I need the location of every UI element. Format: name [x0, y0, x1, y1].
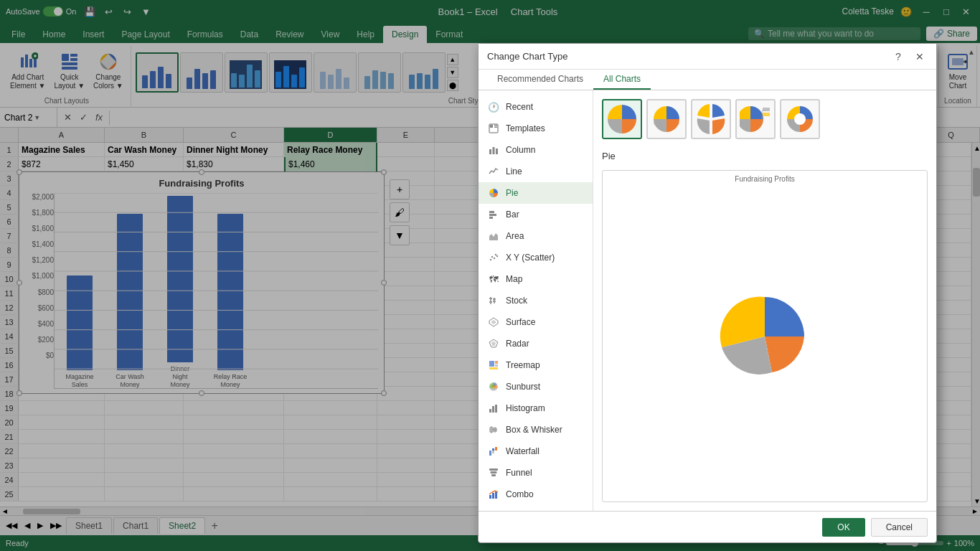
sidebar-item-bar[interactable]: Bar — [479, 204, 593, 225]
histogram-label: Histogram — [506, 403, 545, 413]
map-icon: 🗺 — [487, 273, 500, 286]
funnel-label: Funnel — [506, 468, 532, 478]
svg-rect-84 — [492, 451, 494, 453]
svg-rect-70 — [495, 364, 498, 367]
dialog-main-content: Pie Fundraising Profits — [593, 90, 936, 511]
svg-point-48 — [490, 259, 491, 260]
pie-type-exploded[interactable] — [691, 99, 731, 139]
sidebar-item-histogram[interactable]: Histogram — [479, 397, 593, 419]
svg-rect-89 — [489, 495, 491, 499]
sidebar-item-pie[interactable]: Pie — [479, 182, 593, 204]
sidebar-item-funnel[interactable]: Funnel — [479, 462, 593, 484]
pie-type-donut[interactable] — [780, 99, 820, 139]
svg-rect-42 — [493, 147, 495, 154]
dialog-title-buttons: ? ✕ — [890, 49, 928, 65]
stock-icon — [487, 294, 500, 307]
svg-rect-82 — [489, 451, 491, 456]
recent-icon: 🕐 — [487, 100, 500, 113]
dialog-overlay: Change Chart Type ? ✕ Recommended Charts… — [0, 0, 980, 551]
stock-label: Stock — [506, 296, 527, 306]
sidebar-item-radar[interactable]: Radar — [479, 333, 593, 354]
pie-type-bar-of-pie[interactable] — [735, 99, 776, 139]
svg-rect-87 — [491, 471, 497, 474]
svg-rect-86 — [489, 468, 498, 471]
waterfall-label: Waterfall — [506, 446, 540, 456]
sidebar-item-line[interactable]: Line — [479, 161, 593, 182]
svg-rect-44 — [489, 211, 494, 213]
sidebar-item-recent[interactable]: 🕐 Recent — [479, 96, 593, 118]
combo-label: Combo — [506, 489, 534, 499]
sidebar-item-map[interactable]: 🗺 Map — [479, 268, 593, 290]
sidebar-item-box-whisker[interactable]: Box & Whisker — [479, 419, 593, 441]
sidebar-item-stock[interactable]: Stock — [479, 290, 593, 311]
tab-recommended-charts[interactable]: Recommended Charts — [487, 70, 593, 90]
dialog-title: Change Chart Type — [487, 51, 568, 62]
box-whisker-label: Box & Whisker — [506, 425, 562, 435]
pie-label: Pie — [506, 188, 518, 198]
sidebar-item-templates[interactable]: Templates — [479, 118, 593, 139]
bar-icon — [487, 208, 500, 221]
sidebar-item-area[interactable]: Area — [479, 225, 593, 247]
svg-rect-69 — [495, 361, 498, 364]
area-icon — [487, 230, 500, 242]
column-icon — [487, 143, 500, 156]
svg-rect-40 — [494, 127, 497, 128]
sidebar-item-treemap[interactable]: Treemap — [479, 354, 593, 376]
change-chart-type-dialog: Change Chart Type ? ✕ Recommended Charts… — [478, 43, 937, 543]
pie-icon — [487, 187, 500, 199]
svg-marker-60 — [491, 320, 496, 324]
treemap-label: Treemap — [506, 360, 540, 370]
svg-rect-94 — [763, 108, 770, 111]
sidebar-item-scatter[interactable]: X Y (Scatter) — [479, 247, 593, 268]
svg-rect-95 — [763, 113, 770, 116]
sidebar-item-column[interactable]: Column — [479, 139, 593, 161]
box-whisker-icon — [487, 423, 500, 436]
pie-variant-row — [602, 99, 928, 139]
line-icon — [487, 165, 500, 178]
tab-all-charts[interactable]: All Charts — [593, 70, 651, 90]
dialog-help-button[interactable]: ? — [890, 49, 906, 65]
sidebar-item-surface[interactable]: Surface — [479, 311, 593, 333]
surface-label: Surface — [506, 317, 535, 327]
svg-rect-41 — [489, 149, 491, 154]
waterfall-icon — [487, 445, 500, 458]
pie-type-3d[interactable] — [646, 99, 687, 139]
svg-rect-73 — [489, 409, 491, 413]
pie-type-standard[interactable] — [602, 99, 642, 139]
dialog-tab-bar: Recommended Charts All Charts — [479, 70, 936, 90]
svg-point-51 — [495, 254, 496, 255]
funnel-icon — [487, 466, 500, 479]
radar-icon — [487, 337, 500, 350]
svg-point-49 — [491, 256, 493, 258]
sunburst-icon — [487, 380, 500, 393]
svg-rect-88 — [491, 474, 496, 476]
treemap-icon — [487, 359, 500, 372]
sidebar-item-combo[interactable]: Combo — [479, 484, 593, 505]
svg-rect-43 — [496, 149, 498, 154]
sidebar-item-sunburst[interactable]: Sunburst — [479, 376, 593, 397]
combo-icon — [487, 488, 500, 501]
recent-label: Recent — [506, 102, 533, 112]
bar-label: Bar — [506, 209, 519, 220]
selected-type-label: Pie — [602, 151, 928, 161]
chart-preview-area: Fundraising Profits — [602, 170, 928, 502]
templates-label: Templates — [506, 123, 545, 133]
templates-icon — [487, 122, 500, 135]
cancel-button[interactable]: Cancel — [871, 518, 928, 537]
sidebar-item-waterfall[interactable]: Waterfall — [479, 441, 593, 462]
preview-chart-title: Fundraising Profits — [735, 175, 794, 183]
svg-rect-83 — [492, 448, 494, 451]
area-label: Area — [506, 231, 524, 241]
radar-label: Radar — [506, 339, 529, 349]
svg-rect-39 — [494, 125, 497, 126]
dialog-footer: OK Cancel — [479, 511, 936, 542]
preview-pie-svg — [707, 290, 822, 383]
ok-button[interactable]: OK — [822, 518, 864, 537]
surface-icon — [487, 316, 500, 329]
dialog-close-button[interactable]: ✕ — [912, 49, 928, 65]
svg-rect-91 — [495, 491, 497, 499]
column-label: Column — [506, 145, 535, 155]
line-label: Line — [506, 166, 522, 176]
svg-rect-90 — [492, 493, 494, 499]
svg-rect-75 — [495, 405, 497, 413]
